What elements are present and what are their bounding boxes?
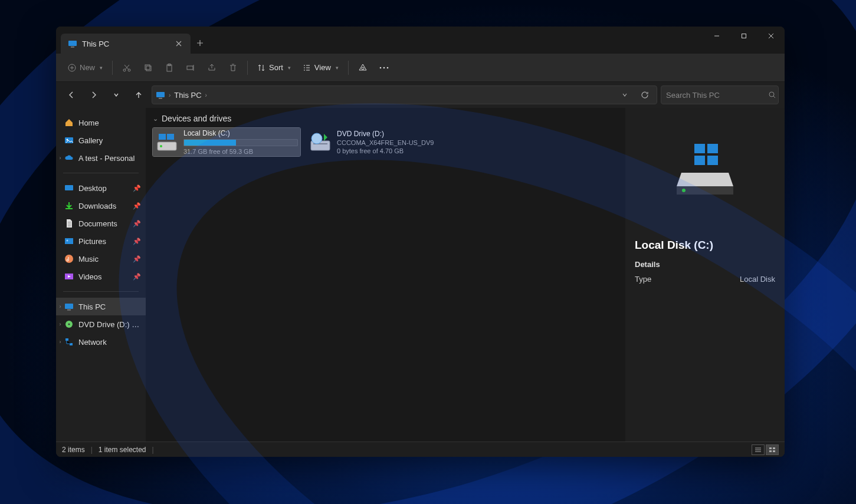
back-button[interactable] <box>62 85 81 104</box>
svg-rect-15 <box>156 92 165 97</box>
status-item-count: 2 items <box>62 446 85 454</box>
more-icon <box>379 67 389 69</box>
pin-icon: 📌 <box>133 273 141 281</box>
recent-locations-button[interactable] <box>107 85 126 104</box>
sidebar-item-this-pc[interactable]: › This PC <box>56 298 146 315</box>
capacity-bar <box>183 139 298 146</box>
svg-rect-44 <box>769 447 772 449</box>
view-button[interactable]: View ▾ <box>298 58 343 77</box>
scissors-icon <box>122 63 132 73</box>
sidebar-item-desktop[interactable]: Desktop 📌 <box>56 179 146 197</box>
chevron-down-icon: ⌄ <box>153 115 158 123</box>
clipboard-icon <box>165 63 174 73</box>
expand-icon[interactable]: › <box>56 304 64 309</box>
new-button[interactable]: New ▾ <box>63 58 107 77</box>
address-bar[interactable]: › This PC › <box>152 85 657 104</box>
details-row-label: Type <box>635 275 651 284</box>
sidebar-item-downloads[interactable]: Downloads 📌 <box>56 197 146 215</box>
sort-button[interactable]: Sort ▾ <box>252 58 296 77</box>
home-icon <box>64 118 74 127</box>
svg-point-12 <box>380 67 382 68</box>
status-bar: 2 items | 1 item selected | <box>56 442 785 457</box>
view-icon <box>303 64 311 72</box>
copy-button[interactable] <box>139 58 158 77</box>
sidebar-item-home[interactable]: Home <box>56 114 146 131</box>
sidebar-item-onedrive[interactable]: › A test - Personal <box>56 149 146 167</box>
sidebar-item-music[interactable]: Music 📌 <box>56 250 146 268</box>
cut-button[interactable] <box>117 58 136 77</box>
svg-rect-32 <box>167 134 174 140</box>
expand-icon[interactable]: › <box>56 321 64 327</box>
more-button[interactable] <box>375 58 393 77</box>
close-tab-button[interactable] <box>174 39 183 48</box>
svg-point-28 <box>68 324 70 325</box>
delete-button[interactable] <box>224 58 242 77</box>
search-input[interactable] <box>666 91 765 100</box>
drive-free-text: 31.7 GB free of 59.3 GB <box>183 148 298 155</box>
cloud-icon <box>64 153 74 163</box>
section-devices-and-drives[interactable]: ⌄ Devices and drives <box>153 114 618 123</box>
svg-point-19 <box>67 139 68 141</box>
details-section-header: Details <box>635 260 775 269</box>
shape-icon <box>358 63 368 73</box>
desktop-icon <box>64 183 74 193</box>
sidebar-item-gallery[interactable]: Gallery <box>56 131 146 149</box>
svg-point-34 <box>160 145 162 147</box>
expand-icon[interactable]: › <box>56 155 64 161</box>
details-view-button[interactable] <box>752 444 765 455</box>
hard-drive-icon <box>155 130 179 154</box>
details-thumbnail <box>625 108 785 232</box>
maximize-button[interactable] <box>730 27 757 45</box>
pin-icon: 📌 <box>133 185 141 192</box>
paste-button[interactable] <box>160 58 179 77</box>
svg-point-37 <box>311 133 322 144</box>
pictures-icon <box>64 236 74 246</box>
new-label: New <box>80 63 95 72</box>
details-pane: Local Disk (C:) Details Type Local Disk <box>625 108 785 442</box>
svg-point-43 <box>682 189 686 192</box>
download-icon <box>64 201 74 210</box>
sidebar-item-videos[interactable]: Videos 📌 <box>56 268 146 285</box>
svg-rect-6 <box>145 65 150 70</box>
up-button[interactable] <box>129 85 148 104</box>
new-tab-button[interactable] <box>191 34 209 52</box>
disc-icon <box>64 319 74 329</box>
forward-button[interactable] <box>84 85 103 104</box>
svg-rect-26 <box>67 309 71 311</box>
tab-this-pc[interactable]: This PC <box>61 34 191 54</box>
chevron-down-icon: ▾ <box>336 65 339 71</box>
content-area: ⌄ Devices and drives Local Di <box>146 108 625 442</box>
expand-icon[interactable]: › <box>56 339 64 345</box>
svg-rect-1 <box>71 47 74 48</box>
titlebar: This PC <box>56 27 785 54</box>
share-icon <box>207 63 217 73</box>
plus-circle-icon <box>68 64 76 72</box>
rename-button[interactable] <box>181 58 200 77</box>
close-window-button[interactable] <box>757 27 785 45</box>
toolbar-divider <box>247 61 248 75</box>
this-pc-icon <box>68 39 77 48</box>
details-title: Local Disk (C:) <box>635 239 775 252</box>
minimize-button[interactable] <box>703 27 730 45</box>
drive-local-disk-c[interactable]: Local Disk (C:) 31.7 GB free of 59.3 GB <box>153 128 300 156</box>
breadcrumb-this-pc[interactable]: This PC <box>174 91 201 100</box>
search-icon <box>769 91 776 98</box>
svg-rect-41 <box>707 156 718 165</box>
network-icon <box>64 337 74 347</box>
share-button[interactable] <box>202 58 221 77</box>
sidebar-item-network[interactable]: › Network <box>56 333 146 351</box>
drive-dvd-d[interactable]: DVD Drive (D:) CCCOMA_X64FRE_EN-US_DV9 0… <box>306 128 454 156</box>
sidebar-item-pictures[interactable]: Pictures 📌 <box>56 232 146 250</box>
refresh-button[interactable] <box>637 87 653 103</box>
sidebar-item-dvd-drive[interactable]: › DVD Drive (D:) CCC <box>56 315 146 333</box>
status-selection-count: 1 item selected <box>99 446 146 454</box>
extra-tool-button[interactable] <box>353 58 372 77</box>
sidebar-item-documents[interactable]: Documents 📌 <box>56 215 146 232</box>
svg-rect-7 <box>146 66 151 71</box>
svg-point-11 <box>362 67 364 70</box>
address-history-button[interactable] <box>616 87 633 103</box>
search-box[interactable] <box>661 85 779 104</box>
large-icons-view-button[interactable] <box>766 444 779 455</box>
chevron-right-icon: › <box>205 92 207 98</box>
svg-rect-35 <box>311 141 330 150</box>
